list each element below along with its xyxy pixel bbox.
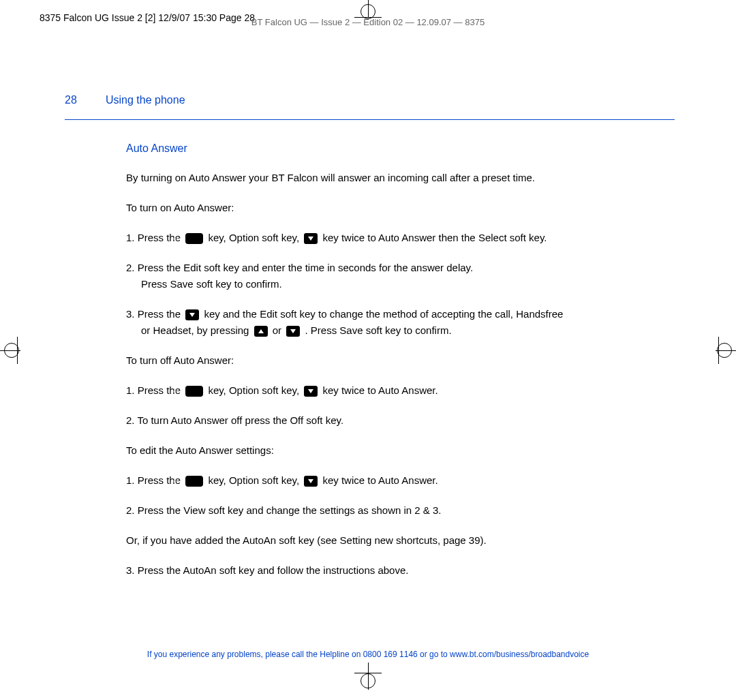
text: soft key,	[259, 384, 302, 396]
text: .	[435, 474, 438, 486]
softkey-select: Select	[478, 232, 507, 243]
text: soft key.	[507, 232, 547, 243]
mode-handsfree: Handsfree	[516, 308, 563, 320]
turn-on-step-3: 3. Press the key and the Edit soft key t…	[126, 306, 675, 339]
text: or	[270, 324, 285, 336]
turn-on-step-2: 2. Press the Edit soft key and enter the…	[126, 260, 675, 292]
turn-off-label: To turn off Auto Answer:	[126, 352, 675, 369]
edit-step-1: 1. Press the key, Option soft key, key t…	[126, 472, 675, 489]
turn-off-step-2: 2. To turn Auto Answer off press the Off…	[126, 412, 675, 429]
menu-icon	[185, 233, 203, 244]
page-body: Auto Answer By turning on Auto Answer yo…	[126, 140, 675, 592]
softkey-view: View	[183, 504, 205, 516]
text: soft key.	[303, 414, 343, 426]
crop-circle-right	[717, 343, 732, 358]
softkey-off: Off	[290, 414, 303, 426]
crop-circle-left	[4, 343, 19, 358]
text: soft key to confirm.	[363, 324, 452, 336]
text: key twice to	[320, 474, 378, 486]
softkey-option: Option	[229, 384, 259, 396]
text: soft key,	[259, 474, 302, 486]
text: soft key and follow the instructions abo…	[217, 564, 409, 576]
softkey-autoanswer: Auto Answer	[378, 474, 435, 486]
print-job-line: 8375 Falcon UG Issue 2 [2] 12/9/07 15:30…	[40, 12, 255, 23]
text: key and the	[201, 308, 260, 320]
subheading-auto-answer: Auto Answer	[126, 140, 675, 157]
text: key,	[205, 384, 229, 396]
section-title: Using the phone	[106, 94, 185, 106]
turn-off-step-1: 1. Press the key, Option soft key, key t…	[126, 382, 675, 399]
text: soft key,	[259, 232, 302, 243]
footer-helpline: If you experience any problems, please c…	[147, 650, 589, 659]
softkey-autoan: AutoAn	[243, 534, 276, 546]
softkey-save: Save	[170, 278, 194, 290]
mode-headset: Headset	[153, 324, 191, 336]
text: 2. Press the Edit soft key and enter the…	[126, 262, 473, 273]
text: key twice to	[320, 384, 378, 396]
text: , by pressing	[191, 324, 251, 336]
turn-on-step-1: 1. Press the key, Option soft key, key t…	[126, 230, 675, 246]
softkey-option: Option	[229, 474, 259, 486]
text: Press	[141, 278, 170, 290]
softkey-save: Save	[339, 324, 363, 336]
softkey-option: Option	[229, 232, 259, 243]
edit-or-line: Or, if you have added the AutoAn soft ke…	[126, 532, 675, 549]
softkey-edit: Edit	[260, 308, 277, 320]
crop-circle-bottom	[361, 673, 375, 688]
edit-step-3: 3. Press the AutoAn soft key and follow …	[126, 562, 675, 579]
nav-down-icon	[304, 386, 318, 397]
text: or	[141, 324, 153, 336]
text: key,	[205, 474, 229, 486]
softkey-autoanswer: Auto Answer	[378, 232, 435, 243]
text: soft key and change the settings as show…	[205, 504, 441, 516]
print-meta-line: BT Falcon UG — Issue 2 — Edition 02 — 12…	[251, 17, 485, 27]
intro-para: By turning on Auto Answer your BT Falcon…	[126, 170, 675, 186]
softkey-autoanswer: Auto Answer	[378, 384, 435, 396]
text: key twice to	[320, 232, 378, 243]
nav-up-icon	[254, 326, 268, 337]
header-rule	[65, 119, 675, 120]
nav-down-icon	[286, 326, 300, 337]
text: 2. Press the	[126, 504, 183, 516]
edit-label: To edit the Auto Answer settings:	[126, 442, 675, 459]
softkey-autoan: AutoAn	[183, 564, 216, 576]
turn-on-label: To turn on Auto Answer:	[126, 200, 675, 216]
text: 2. To turn Auto Answer off press the	[126, 414, 290, 426]
text: soft key (see Setting new shortcuts, pag…	[276, 534, 487, 546]
page-number: 28	[65, 94, 77, 106]
text: .	[435, 384, 438, 396]
nav-down-icon	[304, 233, 318, 244]
edit-step-2: 2. Press the View soft key and change th…	[126, 502, 675, 519]
text: 3. Press the	[126, 564, 183, 576]
text: then the	[435, 232, 478, 243]
text: Or, if you have added the	[126, 534, 243, 546]
menu-icon	[185, 386, 203, 397]
text: soft key to change the method of accepti…	[277, 308, 516, 320]
menu-icon	[185, 476, 203, 487]
text: 3. Press the	[126, 308, 183, 320]
text: . Press	[302, 324, 339, 336]
text: key,	[205, 232, 229, 243]
nav-down-icon	[304, 476, 318, 487]
text: soft key to confirm.	[194, 278, 282, 290]
nav-down-icon	[185, 309, 199, 320]
